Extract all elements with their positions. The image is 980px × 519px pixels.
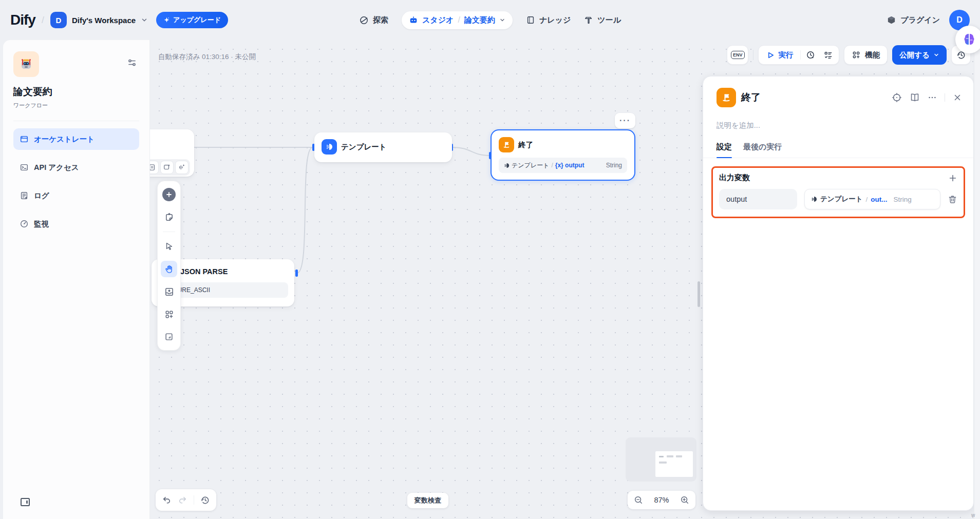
zoom-control: 87% xyxy=(628,491,695,509)
left-sidebar: 論文要約 ワークフロー オーケストレート API アクセス ログ 監視 xyxy=(3,40,150,519)
checklist-icon[interactable] xyxy=(819,46,837,64)
app-icon-robot xyxy=(13,51,39,77)
dify-logo: Dify xyxy=(10,12,35,28)
cube-icon xyxy=(887,15,896,25)
more-options-icon[interactable] xyxy=(928,93,937,102)
node-end[interactable]: 終了 テンプレート / {x} output String xyxy=(491,129,635,181)
divider xyxy=(800,50,801,60)
book-icon xyxy=(526,15,535,25)
zoom-level[interactable]: 87% xyxy=(654,496,669,504)
window-icon xyxy=(20,134,29,144)
zoom-in-icon[interactable] xyxy=(680,495,689,505)
minimap-viewport[interactable] xyxy=(655,451,693,477)
fit-view-button[interactable] xyxy=(161,329,177,345)
minimap[interactable] xyxy=(626,437,696,482)
nav-current-app[interactable]: 論文要約 xyxy=(464,15,495,25)
run-history-icon[interactable] xyxy=(802,46,819,64)
app-subtitle: ワークフロー xyxy=(13,102,139,109)
workspace-name[interactable]: Dify's Workspace xyxy=(72,16,136,25)
sidebar-item-api-access[interactable]: API アクセス xyxy=(13,157,139,178)
chevron-down-icon[interactable] xyxy=(141,16,148,24)
media-type-icon[interactable] xyxy=(160,161,174,174)
top-navbar: Dify / D Dify's Workspace アップグレード 探索 スタジ… xyxy=(0,0,980,40)
blocks-button[interactable] xyxy=(161,306,177,322)
start-file-types xyxy=(150,159,190,176)
add-note-button[interactable] xyxy=(161,209,177,225)
divider xyxy=(753,50,753,60)
divider xyxy=(163,232,175,232)
workflow-canvas[interactable]: 自動保存済み 01:30:16 · 未公開 { xyxy=(150,40,974,519)
export-dsl-button[interactable] xyxy=(161,283,177,300)
sidebar-item-monitoring[interactable]: 監視 xyxy=(13,213,139,235)
upgrade-button[interactable]: アップグレード xyxy=(156,12,228,28)
extension-brain-icon[interactable] xyxy=(955,26,980,53)
hand-tool[interactable] xyxy=(161,261,177,277)
explore-icon xyxy=(359,15,369,25)
variable-selector[interactable]: テンプレート / out... String xyxy=(804,189,940,209)
end-output-variable: テンプレート / {x} output String xyxy=(499,158,627,173)
autosave-status: 自動保存済み 01:30:16 · 未公開 xyxy=(158,52,256,62)
workspace-avatar[interactable]: D xyxy=(50,12,67,28)
divider xyxy=(13,121,139,121)
node-template[interactable]: テンプレート xyxy=(314,132,452,162)
delete-variable-icon[interactable] xyxy=(948,195,957,204)
sidebar-item-orchestrate[interactable]: オーケストレート xyxy=(13,128,139,150)
chevron-down-icon[interactable] xyxy=(499,17,505,23)
node-title: テンプレート xyxy=(341,142,387,152)
node-start[interactable] xyxy=(150,129,194,177)
nav-plugins[interactable]: プラグイン xyxy=(887,15,940,25)
app-title: 論文要約 xyxy=(13,85,139,99)
close-icon[interactable] xyxy=(953,93,962,102)
node-config-panel: 終了 設定 最後の実行 xyxy=(703,76,974,511)
nav-studio-active[interactable]: スタジオ / 論文要約 xyxy=(402,11,513,29)
publish-button[interactable]: 公開する xyxy=(892,45,947,65)
chevron-down-icon xyxy=(933,52,939,58)
log-document-icon xyxy=(20,191,29,200)
divider xyxy=(194,495,194,505)
nav-knowledge[interactable]: ナレッジ xyxy=(526,15,571,25)
app-settings-icon[interactable] xyxy=(127,57,137,68)
play-icon xyxy=(767,51,775,59)
undo-button[interactable] xyxy=(162,495,172,505)
nav-studio-label[interactable]: スタジオ xyxy=(422,15,454,25)
variable-name-input[interactable] xyxy=(719,189,797,209)
canvas-scrollbar-thumb[interactable] xyxy=(698,281,700,307)
tab-last-run[interactable]: 最後の実行 xyxy=(743,142,782,158)
add-node-button[interactable] xyxy=(161,186,177,203)
change-history-button[interactable] xyxy=(200,495,210,505)
features-button[interactable]: 機能 xyxy=(844,45,888,65)
output-variables-section: 出力変数 テンプレート / out... String xyxy=(711,166,965,218)
node-title: JSON PARSE xyxy=(180,267,228,276)
sidebar-item-logs[interactable]: ログ xyxy=(13,185,139,206)
description-field[interactable] xyxy=(717,121,960,130)
tab-settings[interactable]: 設定 xyxy=(717,142,732,158)
history-controls xyxy=(156,489,216,511)
node-title: 終了 xyxy=(518,140,533,150)
redo-button[interactable] xyxy=(178,495,187,505)
add-variable-button[interactable] xyxy=(948,174,957,183)
audio-type-icon[interactable] xyxy=(175,161,189,174)
robot-icon xyxy=(409,15,418,25)
hammer-icon xyxy=(584,15,593,25)
output-variable-row: テンプレート / out... String xyxy=(719,189,957,209)
panel-tabs: 設定 最後の実行 xyxy=(703,130,973,158)
features-icon xyxy=(852,50,861,60)
pointer-tool[interactable] xyxy=(161,238,177,255)
description-input[interactable] xyxy=(717,121,960,129)
nav-explore[interactable]: 探索 xyxy=(359,15,388,25)
variable-inspect-button[interactable]: 変数検査 xyxy=(407,493,448,508)
zoom-out-icon[interactable] xyxy=(634,495,643,505)
template-node-icon xyxy=(322,139,337,155)
env-button[interactable]: ENV xyxy=(727,45,748,65)
node-more-button[interactable]: ··· xyxy=(615,113,635,128)
watermark: w xyxy=(971,512,975,518)
breadcrumb-slash: / xyxy=(42,15,44,26)
terminal-icon xyxy=(20,163,29,172)
divider xyxy=(945,93,945,102)
docs-icon[interactable] xyxy=(910,92,920,103)
nav-tools[interactable]: ツール xyxy=(584,15,621,25)
locate-node-icon[interactable] xyxy=(892,92,902,103)
collapse-sidebar-icon[interactable] xyxy=(20,496,31,508)
document-type-icon[interactable] xyxy=(150,161,159,174)
run-button[interactable]: 実行 xyxy=(761,50,799,60)
